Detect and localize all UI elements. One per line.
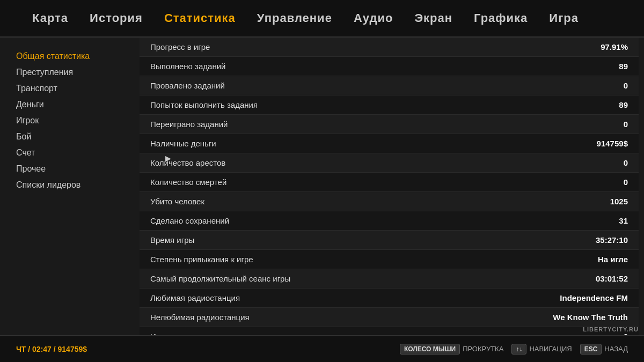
stat-value: We Know The Truth [553,313,628,322]
sidebar-item-spiski[interactable]: Списки лидеров [16,177,123,193]
stat-value: На игле [598,255,628,264]
stat-value: 03:01:52 [596,274,628,283]
stat-label: Сделано сохранений [150,216,229,225]
stat-value: 914759$ [597,139,628,148]
stat-label: Степень привыкания к игре [150,255,253,264]
nav-item-ekran[interactable]: Экран [414,11,452,25]
stat-value: 97.91% [601,42,628,51]
status-right: КОЛЕСО МЫШИ ПРОКРУТКА ↑↓ НАВИГАЦИЯ ESC Н… [400,344,628,354]
hint-scroll: КОЛЕСО МЫШИ ПРОКРУТКА [400,344,504,354]
nav-item-istoriya[interactable]: История [90,11,143,25]
stat-label: Провалено заданий [150,81,225,90]
main-content: Общая статистика Преступления Транспорт … [0,38,644,335]
stat-label: Количество арестов [150,158,225,167]
stat-row: Сделано сохранений31 [140,211,639,231]
stat-label: Переиграно заданий [150,120,228,129]
stat-row: Убито человек1025 [140,192,639,211]
nav-item-upravlenie[interactable]: Управление [257,11,332,25]
stat-label: Нелюбимая радиостанция [150,313,250,322]
stat-label: Количество смертей [150,178,226,187]
action-back: НАЗАД [604,345,628,353]
stat-label: Самый продолжительный сеанс игры [150,274,290,283]
stat-row: Наличные деньги914759$ [140,134,639,153]
stat-value: Independence FM [560,293,628,302]
stat-value: 1025 [610,197,628,206]
stat-value: 89 [619,100,628,109]
stat-row: Самый продолжительный сеанс игры03:01:52 [140,269,639,289]
stat-label: Попыток выполнить задания [150,100,258,109]
sidebar: Общая статистика Преступления Транспорт … [0,38,140,335]
sidebar-item-obshaya[interactable]: Общая статистика [16,48,123,64]
stat-row: Количество смертей0 [140,173,639,192]
stat-value: 0 [624,120,628,129]
stat-row: Выполнено заданий89 [140,57,639,76]
nav-item-karta[interactable]: Карта [32,11,68,25]
stat-value: 31 [619,216,628,225]
status-left: ЧТ / 02:47 / 914759$ [16,345,87,353]
stat-value: 35:27:10 [596,235,628,245]
sidebar-item-boy[interactable]: Бой [16,129,123,145]
stat-label: Прогресс в игре [150,42,210,51]
stat-label: Время игры [150,235,194,245]
action-scroll: ПРОКРУТКА [463,345,503,353]
sidebar-item-dengi[interactable]: Деньги [16,97,123,113]
stat-row: Попыток выполнить задания89 [140,95,639,115]
nav-item-statistika[interactable]: Статистика [164,11,236,25]
stat-label: Выполнено заданий [150,62,225,71]
stat-value: 0 [624,158,628,167]
sidebar-item-prochee[interactable]: Прочее [16,161,123,177]
sidebar-item-prestupleniya[interactable]: Преступления [16,64,123,80]
stat-row: Использование чит-кодов0 [140,327,639,335]
stat-row: Степень привыкания к игреНа игле [140,250,639,269]
cursor-indicator: ▶ [165,154,170,158]
stat-label: Любимая радиостанция [150,293,240,302]
stat-value: 0 [624,178,628,187]
top-navigation: Карта История Статистика Управление Ауди… [0,0,644,38]
watermark: LIBERTYCITY.RU [583,326,639,333]
hint-nav: ↑↓ НАВИГАЦИЯ [511,344,572,354]
hint-back: ESC НАЗАД [580,344,628,354]
nav-item-audio[interactable]: Аудио [354,11,393,25]
stats-panel: Прогресс в игре97.91%Выполнено заданий89… [140,38,644,335]
key-esc: ESC [580,344,602,354]
key-scroll: КОЛЕСО МЫШИ [400,344,460,354]
stat-row: Время игры35:27:10 [140,231,639,250]
stat-row: Количество арестов0 [140,153,639,173]
key-nav: ↑↓ [511,344,526,354]
stat-row: Прогресс в игре97.91% [140,38,639,57]
stat-row: Переиграно заданий0 [140,115,639,134]
action-nav: НАВИГАЦИЯ [529,345,572,353]
stat-label: Наличные деньги [150,139,216,148]
stat-value: 0 [624,81,628,90]
stat-label: Убито человек [150,197,204,206]
status-bar: ЧТ / 02:47 / 914759$ КОЛЕСО МЫШИ ПРОКРУТ… [0,335,644,362]
stat-row: Любимая радиостанцияIndependence FM [140,289,639,308]
sidebar-item-schet[interactable]: Счет [16,145,123,161]
stat-row: Нелюбимая радиостанцияWe Know The Truth [140,308,639,327]
stat-row: Провалено заданий0 [140,76,639,95]
sidebar-item-transport[interactable]: Транспорт [16,80,123,97]
stat-value: 89 [619,62,628,71]
sidebar-item-igrok[interactable]: Игрок [16,113,123,129]
nav-item-grafika[interactable]: Графика [474,11,528,25]
nav-item-igra[interactable]: Игра [549,11,579,25]
